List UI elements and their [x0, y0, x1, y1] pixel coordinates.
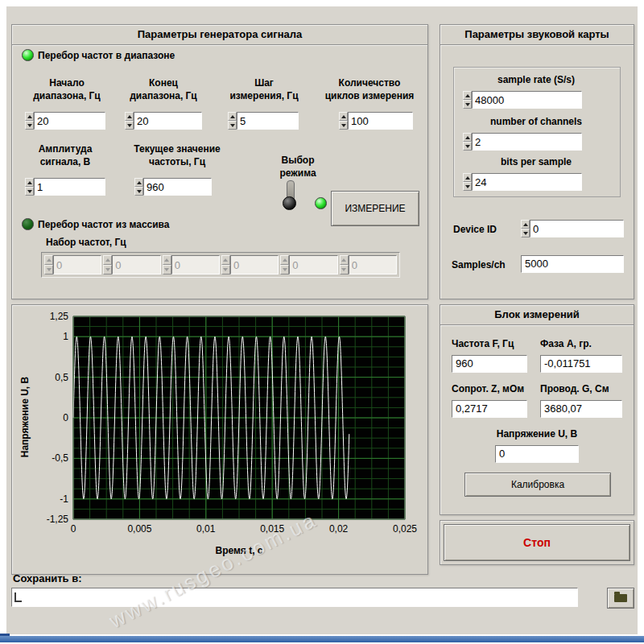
decrement-arrow-icon[interactable] [134, 187, 143, 196]
channels-input[interactable] [472, 133, 582, 151]
increment-arrow-icon[interactable] [340, 255, 349, 265]
array-element-3[interactable] [221, 255, 279, 275]
array-mode-led[interactable] [22, 218, 34, 230]
decrement-arrow-icon[interactable] [340, 265, 349, 275]
start-frequency-control[interactable] [25, 112, 105, 130]
start-frequency-input[interactable] [34, 112, 105, 130]
array-element-5[interactable] [340, 255, 397, 275]
current-frequency-input[interactable] [143, 178, 212, 196]
increment-arrow-icon[interactable] [339, 112, 348, 121]
range-mode-led[interactable] [22, 49, 34, 61]
amplitude-control[interactable] [25, 178, 105, 196]
bottom-edge-bar [0, 636, 644, 642]
step-input[interactable] [237, 112, 299, 130]
step-spinner[interactable] [228, 112, 237, 130]
end-frequency-spinner[interactable] [125, 112, 134, 130]
decrement-arrow-icon[interactable] [103, 265, 112, 275]
array-value-1[interactable] [112, 255, 160, 275]
range-mode-label: Перебор частот в диапазоне [38, 49, 231, 62]
decrement-arrow-icon[interactable] [228, 121, 237, 130]
increment-arrow-icon[interactable] [163, 255, 171, 265]
decrement-arrow-icon[interactable] [221, 265, 230, 275]
decrement-arrow-icon[interactable] [521, 229, 530, 237]
bits-label: bits per sample [453, 155, 619, 168]
bits-input[interactable] [472, 173, 582, 191]
toggle-knob[interactable] [283, 196, 296, 210]
decrement-arrow-icon[interactable] [44, 265, 53, 275]
increment-arrow-icon[interactable] [25, 112, 34, 121]
array-value-5[interactable] [349, 255, 397, 275]
step-label: Шаг измерения, Гц [220, 76, 308, 102]
amplitude-spinner[interactable] [25, 178, 34, 196]
amplitude-input[interactable] [34, 178, 105, 196]
browse-button[interactable] [607, 588, 634, 609]
generator-panel-title: Параметры генератора сигнала [12, 25, 427, 45]
voltage-value: 0 [495, 445, 579, 463]
measure-led [315, 197, 327, 209]
samples-per-ch-value[interactable]: 5000 [521, 255, 624, 273]
measure-button[interactable]: ИЗМЕРЕНИЕ [331, 191, 419, 226]
increment-arrow-icon[interactable] [228, 112, 237, 121]
save-path-input[interactable] [24, 591, 577, 604]
cycles-spinner[interactable] [339, 112, 348, 130]
array-element-4[interactable] [280, 255, 337, 275]
current-frequency-control[interactable] [134, 178, 212, 196]
cycles-input[interactable] [348, 112, 413, 130]
stop-button[interactable]: Стоп [444, 524, 630, 561]
increment-arrow-icon[interactable] [103, 255, 112, 265]
soundcard-panel-title: Параметры звуковой карты [440, 25, 634, 45]
current-frequency-spinner[interactable] [134, 178, 143, 196]
increment-arrow-icon[interactable] [134, 178, 143, 187]
amplitude-label: Амплитуда сигнала, В [17, 142, 114, 168]
stop-panel: Стоп [440, 520, 634, 565]
increment-arrow-icon[interactable] [221, 255, 230, 265]
frequency-result-value: 960 [452, 355, 527, 373]
increment-arrow-icon[interactable] [125, 112, 134, 121]
sample-rate-input[interactable] [472, 91, 582, 109]
conductance-value: 3680,07 [540, 400, 622, 418]
soundcard-panel: Параметры звуковой карты sample rate (S/… [440, 24, 634, 299]
application-window: Параметры генератора сигнала Перебор час… [0, 0, 644, 644]
svg-text:1: 1 [63, 331, 68, 342]
end-frequency-input[interactable] [134, 112, 202, 130]
increment-arrow-icon[interactable] [521, 220, 530, 229]
decrement-arrow-icon[interactable] [463, 142, 472, 151]
device-id-control[interactable] [521, 220, 624, 237]
save-path-control[interactable] [11, 588, 578, 607]
array-element-0[interactable] [44, 255, 101, 275]
array-value-4[interactable] [289, 255, 337, 275]
conductance-label: Провод. G, См [540, 382, 629, 395]
measurements-panel-title: Блок измерений [440, 305, 634, 325]
array-value-2[interactable] [171, 255, 220, 275]
bits-control[interactable] [463, 173, 582, 191]
array-element-1[interactable] [103, 255, 160, 275]
decrement-arrow-icon[interactable] [463, 100, 472, 109]
increment-arrow-icon[interactable] [44, 255, 53, 265]
array-value-3[interactable] [230, 255, 279, 275]
step-control[interactable] [228, 112, 299, 130]
increment-arrow-icon[interactable] [463, 133, 472, 142]
device-id-input[interactable] [530, 220, 624, 237]
decrement-arrow-icon[interactable] [280, 265, 289, 275]
end-frequency-control[interactable] [125, 112, 202, 130]
svg-text:-1: -1 [60, 493, 68, 505]
cycles-control[interactable] [339, 112, 413, 130]
sample-rate-control[interactable] [463, 91, 582, 109]
start-frequency-spinner[interactable] [25, 112, 34, 130]
increment-arrow-icon[interactable] [280, 255, 289, 265]
decrement-arrow-icon[interactable] [339, 121, 348, 130]
decrement-arrow-icon[interactable] [163, 265, 171, 275]
array-value-0[interactable] [53, 255, 101, 275]
decrement-arrow-icon[interactable] [25, 121, 34, 130]
decrement-arrow-icon[interactable] [25, 187, 34, 196]
decrement-arrow-icon[interactable] [125, 121, 134, 130]
decrement-arrow-icon[interactable] [463, 182, 472, 191]
calibrate-button[interactable]: Калибровка [464, 473, 611, 497]
svg-text:1,25: 1,25 [50, 311, 69, 322]
increment-arrow-icon[interactable] [463, 91, 472, 100]
mode-toggle-switch[interactable] [279, 180, 300, 208]
array-element-2[interactable] [163, 255, 220, 275]
increment-arrow-icon[interactable] [25, 178, 34, 187]
increment-arrow-icon[interactable] [463, 173, 472, 182]
channels-control[interactable] [463, 133, 582, 151]
